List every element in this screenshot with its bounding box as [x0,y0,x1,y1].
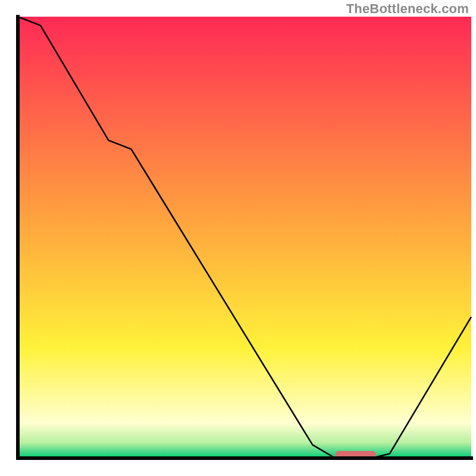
watermark-text: TheBottleneck.com [346,1,469,17]
chart-container: TheBottleneck.com [0,0,476,476]
heatmap-gradient [18,17,471,458]
bottleneck-chart [0,0,476,476]
